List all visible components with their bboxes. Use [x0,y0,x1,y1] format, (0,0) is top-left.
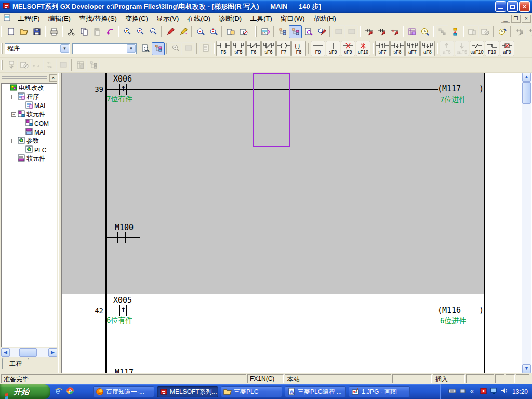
fkey-cF9-button[interactable]: cF9 [341,41,355,56]
step-run-color-button[interactable] [448,25,461,38]
tray-display-icon[interactable] [490,387,498,397]
menu-item-5[interactable]: 在线(O) [183,13,215,24]
fkey-sF6-button[interactable]: sF6 [261,41,276,56]
tree-item-参数[interactable]: −参数 [2,137,57,145]
data-kind-combobox[interactable]: 程序 ▼ [5,43,70,54]
chrome-icon[interactable] [66,387,74,397]
tree-toggle-icon[interactable]: − [11,95,16,99]
menu-item-1[interactable]: 编辑(E) [44,13,75,24]
tray-input-method-icon[interactable] [448,387,456,397]
panel-grip[interactable] [2,76,47,79]
find-pencil-button[interactable] [315,25,328,38]
tree-toggle-icon[interactable]: − [11,112,16,117]
find-button[interactable] [121,25,134,38]
ladder-editor[interactable]: 39 X006 ↑ 7位有件 (M117 ) 7位进件 M100 42 X005… [61,73,532,373]
fkey-F6-button[interactable]: F6 [246,41,261,56]
new-project-button[interactable] [4,25,17,38]
time-monitor-button[interactable] [418,25,431,38]
tray-alarm-icon[interactable] [480,387,487,397]
cut-button[interactable] [64,25,77,38]
panel-close-icon[interactable]: × [49,74,57,82]
tile-window-button[interactable] [224,25,237,38]
find-string-button[interactable]: ab [147,25,159,38]
tray-chevron-icon[interactable]: « [469,387,477,397]
program-block-button[interactable] [405,25,418,38]
taskbar-task-3[interactable]: W三菱PLC编程 ... [285,386,346,397]
tray-device-icon[interactable] [459,387,467,397]
taskbar-task-2[interactable]: 三菱PLC [221,386,282,397]
menu-item-3[interactable]: 变换(C) [121,13,152,24]
fkey-F7-button[interactable]: F7 [276,41,291,56]
save-project-button[interactable] [30,25,43,38]
scroll-right-icon[interactable]: ▶ [48,348,57,357]
macro-doc-button[interactable] [139,42,152,55]
mdi-restore-button[interactable]: ❐ [511,15,521,23]
mdi-close-button[interactable]: × [522,15,531,23]
combo-dropdown-icon[interactable]: ▼ [60,44,69,53]
copy-button[interactable] [77,25,90,38]
ladder-edit-3-button[interactable]: × [388,25,401,38]
taskbar-task-4[interactable]: 1.JPG - 画图 [349,386,410,397]
menu-item-6[interactable]: 诊断(D) [215,13,246,24]
scroll-thumb[interactable] [19,348,37,357]
tree-hscrollbar[interactable]: ◀ ▶ [1,348,57,357]
cascade-window-button[interactable] [237,25,250,38]
tree-toggle-icon[interactable]: − [4,86,8,90]
fkey-aF9-button[interactable]: aF9 [500,41,514,56]
tree-item-COM[interactable]: COM [2,119,57,128]
fkey-aF7-button[interactable]: aF7 [405,41,420,56]
taskbar-task-0[interactable]: 百度知道一-... [93,386,154,397]
find-contact-button[interactable] [302,25,315,38]
ladder-logic-test-button[interactable]: LD [259,25,272,38]
menu-item-7[interactable]: 工具(T) [246,13,276,24]
tab-project[interactable]: 工程 [2,358,29,369]
fkey-aF8-button[interactable]: aF8 [420,41,435,56]
undo-button[interactable] [103,25,116,38]
selection-cursor[interactable] [253,73,290,147]
minimize-button[interactable] [495,1,506,12]
fkey-cF10-button[interactable]: cF10 [356,41,370,56]
fkey-F10-button[interactable]: F10 [485,41,499,56]
tree-item-PLC[interactable]: PLC [2,145,57,154]
tree-display-button[interactable] [152,42,165,55]
mdi-minimize-button[interactable]: ▁ [501,15,510,23]
scroll-up-icon[interactable]: ▲ [522,73,531,82]
device-combobox[interactable]: ▼ [72,43,137,54]
start-button[interactable]: 开始 [0,384,50,399]
menu-item-9[interactable]: 帮助(H) [309,13,340,24]
replace-string-button[interactable]: ＊ [177,25,190,38]
fkey-sF9-button[interactable]: sF9 [326,41,340,56]
fkey-sF8-button[interactable]: sF8 [390,41,405,56]
replace-device-button[interactable] [164,25,177,38]
scroll-down-icon[interactable]: ▼ [522,364,531,373]
fkey-sF5-button[interactable]: sF5 [231,41,246,56]
tree-item-软元件[interactable]: −软元件 [2,110,57,119]
project-tree-button[interactable] [289,25,302,38]
entry-monitor-button[interactable] [496,25,509,38]
ladder-edit-2-button[interactable] [375,25,388,38]
tree-item-MAI[interactable]: MAI [2,128,57,137]
print-button[interactable] [47,25,60,38]
fkey-caF10-button[interactable]: caF10 [470,41,484,56]
tray-volume-icon[interactable] [500,387,508,397]
ladder-edit-1-button[interactable] [362,25,375,38]
fkey-F9-button[interactable]: F9 [311,41,325,56]
tree-item-软元件[interactable]: 软元件 [2,154,57,163]
taskbar-task-1[interactable]: MELSOFT系列... [157,386,218,397]
tree-item-MAI[interactable]: MAI [2,101,57,110]
find-device-button[interactable] [134,25,147,38]
ie-icon[interactable]: e [55,387,63,397]
close-button[interactable]: × [519,1,530,12]
restore-button[interactable] [507,1,518,12]
scroll-thumb[interactable] [522,82,531,104]
tree-toggle-icon[interactable]: − [11,139,16,143]
menu-item-8[interactable]: 窗口(W) [276,13,309,24]
menu-item-0[interactable]: 工程(F) [14,13,44,24]
scroll-left-icon[interactable]: ◀ [1,348,10,357]
tree-item-电机改改[interactable]: −电机改改 [2,84,57,92]
zoom-out-button[interactable] [194,25,207,38]
tree-item-程序[interactable]: −程序 [2,92,57,101]
zoom-in-button[interactable] [207,25,220,38]
fkey-F8-button[interactable]: { }F8 [291,41,306,56]
fkey-F5-button[interactable]: F5 [216,41,231,56]
